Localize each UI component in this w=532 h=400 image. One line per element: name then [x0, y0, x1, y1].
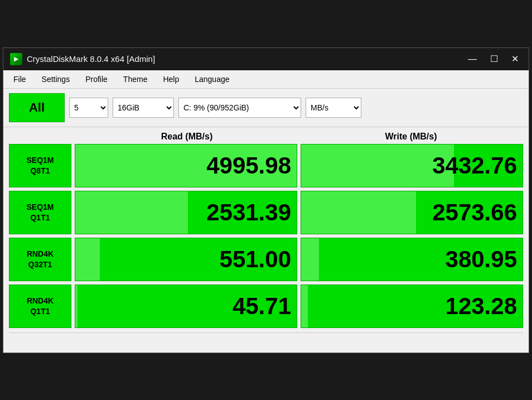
title-bar-controls: — ☐ ✕	[465, 54, 522, 65]
read-value-0: 4995.98	[206, 152, 291, 179]
write-value-1: 2573.66	[432, 199, 517, 226]
read-header: Read (MB/s)	[75, 132, 299, 142]
bench-row-1: SEQ1MQ1T1 2531.39 2573.66	[9, 191, 523, 234]
write-value-2: 380.95	[446, 246, 517, 273]
size-select[interactable]: 16GiB	[113, 98, 174, 118]
row-label-3: RND4KQ1T1	[9, 285, 71, 328]
bench-row-3: RND4KQ1T1 45.71 123.28	[9, 285, 523, 328]
read-value-1: 2531.39	[206, 199, 291, 226]
all-button[interactable]: All	[9, 93, 65, 122]
write-cell-1: 2573.66	[301, 191, 523, 234]
write-header: Write (MB/s)	[299, 132, 523, 142]
read-cell-0: 4995.98	[75, 144, 297, 187]
app-title: CrystalDiskMark 8.0.4 x64 [Admin]	[27, 54, 155, 64]
write-value-0: 3432.76	[432, 152, 517, 179]
title-bar: ▶ CrystalDiskMark 8.0.4 x64 [Admin] — ☐ …	[3, 48, 529, 70]
write-cell-3: 123.28	[301, 285, 523, 328]
read-cell-1: 2531.39	[75, 191, 297, 234]
maximize-button[interactable]: ☐	[487, 54, 501, 65]
bench-row-2: RND4KQ32T1 551.00 380.95	[9, 238, 523, 281]
unit-select[interactable]: MB/s	[306, 98, 361, 118]
write-cell-2: 380.95	[301, 238, 523, 281]
read-cell-2: 551.00	[75, 238, 297, 281]
menu-theme[interactable]: Theme	[115, 71, 156, 87]
main-content: Read (MB/s) Write (MB/s) SEQ1MQ8T1 4995.…	[3, 127, 529, 353]
menu-profile[interactable]: Profile	[78, 71, 115, 87]
benchmark-rows: SEQ1MQ8T1 4995.98 3432.76 SEQ1MQ1T1 2531…	[9, 144, 523, 328]
read-cell-3: 45.71	[75, 285, 297, 328]
close-button[interactable]: ✕	[508, 54, 522, 65]
menu-help[interactable]: Help	[155, 71, 187, 87]
app-window: ▶ CrystalDiskMark 8.0.4 x64 [Admin] — ☐ …	[3, 47, 529, 353]
read-value-3: 45.71	[233, 293, 291, 320]
title-bar-left: ▶ CrystalDiskMark 8.0.4 x64 [Admin]	[10, 53, 155, 65]
menu-settings[interactable]: Settings	[34, 71, 78, 87]
menu-file[interactable]: File	[6, 71, 34, 87]
menu-bar: File Settings Profile Theme Help Languag…	[3, 70, 529, 89]
status-bar	[9, 332, 523, 348]
write-cell-0: 3432.76	[301, 144, 523, 187]
bench-row-0: SEQ1MQ8T1 4995.98 3432.76	[9, 144, 523, 187]
row-label-1: SEQ1MQ1T1	[9, 191, 71, 234]
toolbar: All 5 16GiB C: 9% (90/952GiB) MB/s	[3, 89, 529, 127]
runs-select[interactable]: 5	[69, 98, 108, 118]
write-value-3: 123.28	[446, 293, 517, 320]
row-label-2: RND4KQ32T1	[9, 238, 71, 281]
app-icon: ▶	[10, 53, 22, 65]
row-label-0: SEQ1MQ8T1	[9, 144, 71, 187]
column-headers: Read (MB/s) Write (MB/s)	[75, 132, 523, 142]
drive-select[interactable]: C: 9% (90/952GiB)	[178, 98, 301, 118]
read-value-2: 551.00	[220, 246, 291, 273]
minimize-button[interactable]: —	[465, 54, 480, 65]
menu-language[interactable]: Language	[187, 71, 237, 87]
